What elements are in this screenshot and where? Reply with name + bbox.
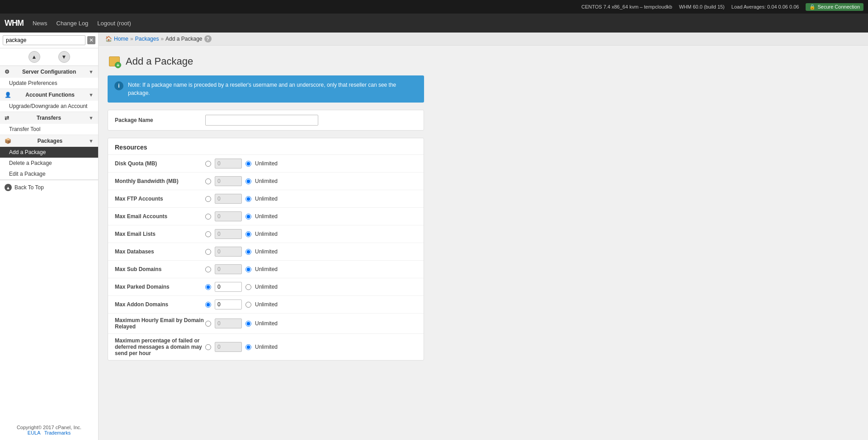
breadcrumb: 🏠 Home » Packages » Add a Package ? (99, 33, 868, 46)
resource-unlimited-label: Unlimited (255, 248, 278, 255)
nav-down-arrow[interactable]: ▼ (58, 51, 70, 63)
resource-value-radio[interactable] (205, 344, 211, 350)
changelog-link[interactable]: Change Log (57, 20, 89, 27)
resource-controls: Unlimited (205, 342, 278, 352)
resource-unlimited-radio[interactable] (245, 231, 251, 237)
search-input[interactable] (3, 35, 85, 45)
search-clear-button[interactable]: ✕ (87, 36, 95, 44)
resource-value-radio[interactable] (205, 196, 211, 202)
main-content: 🏠 Home » Packages » Add a Package ? + Ad… (99, 33, 868, 440)
page-content: + Add a Package i Note: If a package nam… (99, 46, 868, 370)
back-to-top[interactable]: ▲ Back To Top (0, 180, 98, 195)
sidebar-footer: Copyright© 2017 cPanel, Inc. EULA Tradem… (0, 420, 98, 440)
whm-version: WHM 60.0 (build 15) (679, 4, 725, 9)
server-configuration-header[interactable]: ⚙ Server Configuration ▼ (0, 66, 98, 78)
sidebar-item-add-package[interactable]: Add a Package (0, 147, 98, 158)
resource-value-radio[interactable] (205, 284, 211, 290)
resource-unlimited-label: Unlimited (255, 196, 278, 202)
resource-value-radio[interactable] (205, 321, 211, 327)
news-link[interactable]: News (33, 20, 47, 27)
page-title-area: + Add a Package (108, 55, 859, 68)
eula-link[interactable]: EULA (28, 430, 40, 435)
resource-label: Max Email Lists (115, 231, 205, 237)
chevron-down-icon: ▼ (89, 69, 94, 75)
resource-row: Maximum Hourly Email by Domain RelayedUn… (108, 314, 424, 334)
trademarks-link[interactable]: Trademarks (44, 430, 71, 435)
package-name-input[interactable] (205, 115, 318, 126)
page-title: Add a Package (126, 56, 193, 67)
breadcrumb-packages[interactable]: Packages (135, 36, 159, 42)
breadcrumb-home[interactable]: Home (114, 36, 128, 42)
resource-value-input[interactable] (215, 159, 242, 169)
nav-up-arrow[interactable]: ▲ (28, 51, 40, 63)
resource-unlimited-label: Unlimited (255, 301, 278, 308)
help-icon[interactable]: ? (204, 35, 212, 42)
resource-value-radio[interactable] (205, 302, 211, 308)
resource-value-radio[interactable] (205, 267, 211, 272)
resource-controls: Unlimited (205, 194, 278, 204)
account-functions-header[interactable]: 👤 Account Functions ▼ (0, 89, 98, 101)
transfers-header[interactable]: ⇄ Transfers ▼ (0, 112, 98, 124)
gear-icon: ⚙ (5, 69, 9, 75)
whm-logo: WHM (5, 19, 24, 28)
sidebar-item-upgrade-downgrade[interactable]: Upgrade/Downgrade an Account (0, 101, 98, 112)
resource-value-radio[interactable] (205, 231, 211, 237)
resource-value-input[interactable] (215, 264, 242, 274)
resource-value-input[interactable] (215, 342, 242, 352)
resource-value-radio[interactable] (205, 178, 211, 184)
resource-label: Max Parked Domains (115, 284, 205, 290)
resource-unlimited-radio[interactable] (245, 214, 251, 220)
resource-unlimited-radio[interactable] (245, 249, 251, 255)
resource-unlimited-radio[interactable] (245, 161, 251, 167)
resource-value-radio[interactable] (205, 214, 211, 220)
resource-label: Max Databases (115, 248, 205, 255)
resource-unlimited-radio[interactable] (245, 267, 251, 272)
resource-unlimited-label: Unlimited (255, 266, 278, 272)
resource-unlimited-radio[interactable] (245, 302, 251, 308)
page-title-icon: + (108, 55, 121, 68)
package-name-label: Package Name (115, 117, 205, 123)
sidebar-item-update-preferences[interactable]: Update Preferences (0, 78, 98, 89)
resource-unlimited-radio[interactable] (245, 178, 251, 184)
resource-unlimited-label: Unlimited (255, 231, 278, 237)
logout-link[interactable]: Logout (root) (97, 20, 131, 27)
sidebar-item-transfer-tool[interactable]: Transfer Tool (0, 124, 98, 135)
resource-unlimited-radio[interactable] (245, 284, 251, 290)
resource-row: Maximum percentage of failed or deferred… (108, 334, 424, 360)
topbar: CENTOS 7.4 x86_64 kvm – tempcloudkb WHM … (0, 0, 868, 14)
packages-header[interactable]: 📦 Packages ▼ (0, 135, 98, 147)
resource-value-radio[interactable] (205, 161, 211, 167)
resource-value-radio[interactable] (205, 249, 211, 255)
sidebar-item-edit-package[interactable]: Edit a Package (0, 169, 98, 179)
resource-controls: Unlimited (205, 264, 278, 274)
resource-controls: Unlimited (205, 176, 278, 186)
resource-value-input[interactable] (215, 318, 242, 328)
account-functions-section: 👤 Account Functions ▼ Upgrade/Downgrade … (0, 89, 98, 112)
resource-controls: Unlimited (205, 159, 278, 169)
package-name-control (205, 115, 417, 126)
info-icon: i (114, 81, 123, 90)
chevron-down-icon-3: ▼ (89, 115, 94, 121)
resource-value-input[interactable] (215, 229, 242, 239)
resource-controls: Unlimited (205, 300, 278, 309)
resource-unlimited-radio[interactable] (245, 196, 251, 202)
resource-value-input[interactable] (215, 300, 242, 309)
server-info: CENTOS 7.4 x86_64 kvm – tempcloudkb (581, 4, 672, 9)
sidebar: ✕ ▲ ▼ ⚙ Server Configuration ▼ Update Pr… (0, 33, 99, 440)
resource-unlimited-radio[interactable] (245, 321, 251, 327)
package-name-panel: Package Name (108, 110, 424, 131)
resource-value-input[interactable] (215, 282, 242, 292)
nav-arrows: ▲ ▼ (0, 48, 98, 66)
sidebar-item-delete-package[interactable]: Delete a Package (0, 158, 98, 169)
resource-label: Maximum Hourly Email by Domain Relayed (115, 317, 205, 330)
resource-value-input[interactable] (215, 194, 242, 204)
resource-value-input[interactable] (215, 211, 242, 221)
resource-controls: Unlimited (205, 282, 278, 292)
transfers-section: ⇄ Transfers ▼ Transfer Tool (0, 112, 98, 135)
resource-value-input[interactable] (215, 247, 242, 257)
resource-unlimited-radio[interactable] (245, 344, 251, 350)
package-icon: 📦 (5, 138, 11, 144)
resource-label: Max Addon Domains (115, 301, 205, 308)
resource-value-input[interactable] (215, 176, 242, 186)
info-text: Note: If a package name is preceded by a… (128, 81, 417, 97)
